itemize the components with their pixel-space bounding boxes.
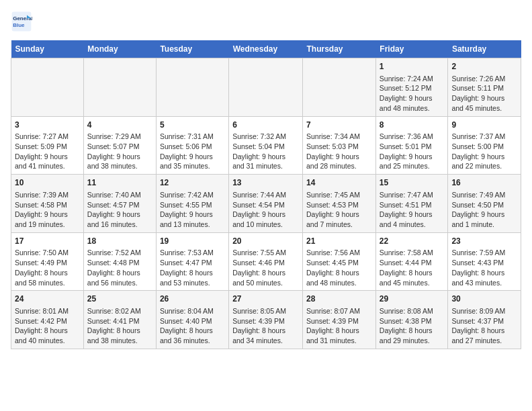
day-info: Sunrise: 7:31 AM Sunset: 5:06 PM Dayligh…: [160, 132, 225, 171]
calendar-cell: [11, 58, 84, 117]
calendar-cell: 19Sunrise: 7:53 AM Sunset: 4:47 PM Dayli…: [156, 232, 228, 291]
calendar-cell: 2Sunrise: 7:26 AM Sunset: 5:11 PM Daylig…: [448, 58, 521, 117]
day-number: 6: [232, 120, 299, 131]
day-number: 4: [87, 120, 152, 131]
day-info: Sunrise: 7:47 AM Sunset: 4:51 PM Dayligh…: [380, 190, 445, 230]
day-info: Sunrise: 7:29 AM Sunset: 5:07 PM Dayligh…: [87, 132, 152, 171]
day-number: 16: [451, 177, 517, 189]
day-info: Sunrise: 8:07 AM Sunset: 4:39 PM Dayligh…: [306, 306, 372, 346]
calendar-cell: [156, 58, 228, 117]
calendar-cell: 4Sunrise: 7:29 AM Sunset: 5:07 PM Daylig…: [83, 116, 156, 175]
day-number: 25: [87, 293, 152, 305]
day-info: Sunrise: 7:45 AM Sunset: 4:53 PM Dayligh…: [306, 190, 372, 230]
calendar-cell: 12Sunrise: 7:42 AM Sunset: 4:55 PM Dayli…: [156, 175, 228, 233]
day-info: Sunrise: 7:40 AM Sunset: 4:57 PM Dayligh…: [87, 190, 152, 230]
day-info: Sunrise: 7:26 AM Sunset: 5:11 PM Dayligh…: [451, 74, 517, 113]
day-info: Sunrise: 8:04 AM Sunset: 4:40 PM Dayligh…: [160, 306, 225, 346]
calendar-cell: 11Sunrise: 7:40 AM Sunset: 4:57 PM Dayli…: [83, 175, 156, 233]
day-number: 21: [306, 236, 372, 247]
calendar-cell: 20Sunrise: 7:55 AM Sunset: 4:46 PM Dayli…: [229, 232, 303, 291]
day-info: Sunrise: 7:49 AM Sunset: 4:50 PM Dayligh…: [451, 190, 517, 230]
calendar-table: SundayMondayTuesdayWednesdayThursdayFrid…: [11, 40, 521, 349]
weekday-header-row: SundayMondayTuesdayWednesdayThursdayFrid…: [11, 40, 521, 58]
weekday-header-sunday: Sunday: [11, 40, 84, 58]
calendar-cell: 28Sunrise: 8:07 AM Sunset: 4:39 PM Dayli…: [303, 291, 376, 349]
day-info: Sunrise: 7:24 AM Sunset: 5:12 PM Dayligh…: [380, 74, 445, 113]
day-number: 28: [306, 293, 372, 305]
day-info: Sunrise: 8:02 AM Sunset: 4:41 PM Dayligh…: [87, 306, 152, 346]
day-number: 22: [380, 236, 445, 247]
calendar-cell: 10Sunrise: 7:39 AM Sunset: 4:58 PM Dayli…: [11, 175, 84, 233]
day-info: Sunrise: 7:56 AM Sunset: 4:45 PM Dayligh…: [306, 248, 372, 287]
day-number: 26: [160, 293, 225, 305]
day-number: 9: [451, 120, 517, 131]
logo: General Blue: [11, 11, 35, 32]
day-number: 12: [160, 177, 225, 189]
day-info: Sunrise: 7:37 AM Sunset: 5:00 PM Dayligh…: [451, 132, 517, 171]
day-number: 19: [160, 236, 225, 247]
day-info: Sunrise: 8:05 AM Sunset: 4:39 PM Dayligh…: [232, 306, 299, 346]
calendar-week-3: 10Sunrise: 7:39 AM Sunset: 4:58 PM Dayli…: [11, 175, 521, 233]
calendar-cell: [83, 58, 156, 117]
calendar-cell: 13Sunrise: 7:44 AM Sunset: 4:54 PM Dayli…: [229, 175, 303, 233]
calendar-cell: 14Sunrise: 7:45 AM Sunset: 4:53 PM Dayli…: [303, 175, 376, 233]
day-info: Sunrise: 7:27 AM Sunset: 5:09 PM Dayligh…: [15, 132, 80, 171]
day-number: 7: [306, 120, 372, 131]
day-number: 2: [451, 61, 517, 73]
day-number: 10: [15, 177, 80, 189]
logo-icon: General Blue: [11, 11, 32, 32]
day-number: 15: [380, 177, 445, 189]
calendar-cell: 7Sunrise: 7:34 AM Sunset: 5:03 PM Daylig…: [303, 116, 376, 175]
day-number: 27: [232, 293, 299, 305]
day-info: Sunrise: 7:53 AM Sunset: 4:47 PM Dayligh…: [160, 248, 225, 287]
day-info: Sunrise: 7:58 AM Sunset: 4:44 PM Dayligh…: [380, 248, 445, 287]
calendar-cell: 26Sunrise: 8:04 AM Sunset: 4:40 PM Dayli…: [156, 291, 228, 349]
calendar-week-5: 24Sunrise: 8:01 AM Sunset: 4:42 PM Dayli…: [11, 291, 521, 349]
calendar-week-4: 17Sunrise: 7:50 AM Sunset: 4:49 PM Dayli…: [11, 232, 521, 291]
day-number: 11: [87, 177, 152, 189]
day-info: Sunrise: 8:08 AM Sunset: 4:38 PM Dayligh…: [380, 306, 445, 346]
day-number: 3: [15, 120, 80, 131]
weekday-header-thursday: Thursday: [303, 40, 376, 58]
day-info: Sunrise: 8:01 AM Sunset: 4:42 PM Dayligh…: [15, 306, 80, 346]
weekday-header-saturday: Saturday: [448, 40, 521, 58]
day-info: Sunrise: 7:50 AM Sunset: 4:49 PM Dayligh…: [15, 248, 80, 287]
calendar-cell: [229, 58, 303, 117]
calendar-cell: [303, 58, 376, 117]
weekday-header-tuesday: Tuesday: [156, 40, 228, 58]
day-info: Sunrise: 7:44 AM Sunset: 4:54 PM Dayligh…: [232, 190, 299, 230]
calendar-cell: 21Sunrise: 7:56 AM Sunset: 4:45 PM Dayli…: [303, 232, 376, 291]
day-number: 30: [451, 293, 517, 305]
calendar-cell: 15Sunrise: 7:47 AM Sunset: 4:51 PM Dayli…: [375, 175, 448, 233]
day-number: 1: [380, 61, 445, 73]
day-number: 13: [232, 177, 299, 189]
weekday-header-monday: Monday: [83, 40, 156, 58]
calendar-cell: 16Sunrise: 7:49 AM Sunset: 4:50 PM Dayli…: [448, 175, 521, 233]
calendar-cell: 27Sunrise: 8:05 AM Sunset: 4:39 PM Dayli…: [229, 291, 303, 349]
calendar-cell: 29Sunrise: 8:08 AM Sunset: 4:38 PM Dayli…: [375, 291, 448, 349]
svg-text:Blue: Blue: [13, 22, 25, 28]
calendar-cell: 17Sunrise: 7:50 AM Sunset: 4:49 PM Dayli…: [11, 232, 84, 291]
day-info: Sunrise: 8:09 AM Sunset: 4:37 PM Dayligh…: [451, 306, 517, 346]
calendar-cell: 1Sunrise: 7:24 AM Sunset: 5:12 PM Daylig…: [375, 58, 448, 117]
day-info: Sunrise: 7:59 AM Sunset: 4:43 PM Dayligh…: [451, 248, 517, 287]
day-number: 18: [87, 236, 152, 247]
calendar-cell: 18Sunrise: 7:52 AM Sunset: 4:48 PM Dayli…: [83, 232, 156, 291]
day-info: Sunrise: 7:39 AM Sunset: 4:58 PM Dayligh…: [15, 190, 80, 230]
calendar-cell: 3Sunrise: 7:27 AM Sunset: 5:09 PM Daylig…: [11, 116, 84, 175]
calendar-cell: 6Sunrise: 7:32 AM Sunset: 5:04 PM Daylig…: [229, 116, 303, 175]
day-info: Sunrise: 7:52 AM Sunset: 4:48 PM Dayligh…: [87, 248, 152, 287]
day-info: Sunrise: 7:32 AM Sunset: 5:04 PM Dayligh…: [232, 132, 299, 171]
calendar-week-1: 1Sunrise: 7:24 AM Sunset: 5:12 PM Daylig…: [11, 58, 521, 117]
day-number: 14: [306, 177, 372, 189]
page-header: General Blue: [11, 11, 521, 32]
day-number: 8: [380, 120, 445, 131]
day-info: Sunrise: 7:36 AM Sunset: 5:01 PM Dayligh…: [380, 132, 445, 171]
day-number: 20: [232, 236, 299, 247]
day-number: 5: [160, 120, 225, 131]
day-info: Sunrise: 7:55 AM Sunset: 4:46 PM Dayligh…: [232, 248, 299, 287]
calendar-cell: 25Sunrise: 8:02 AM Sunset: 4:41 PM Dayli…: [83, 291, 156, 349]
calendar-cell: 5Sunrise: 7:31 AM Sunset: 5:06 PM Daylig…: [156, 116, 228, 175]
calendar-cell: 9Sunrise: 7:37 AM Sunset: 5:00 PM Daylig…: [448, 116, 521, 175]
day-number: 23: [451, 236, 517, 247]
